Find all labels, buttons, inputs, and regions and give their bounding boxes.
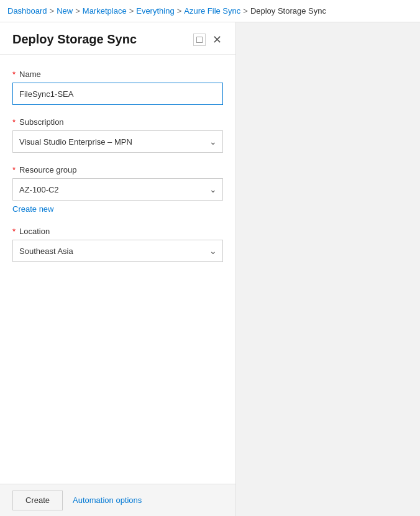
- main-layout: Deploy Storage Sync □ ✕ * Name * Subscri…: [0, 22, 420, 516]
- location-group: * Location Southeast Asia ⌄: [12, 227, 223, 262]
- resource-group-label: * Resource group: [12, 165, 223, 174]
- left-panel: Deploy Storage Sync □ ✕ * Name * Subscri…: [0, 22, 236, 516]
- breadcrumb-sep-2: >: [75, 6, 80, 16]
- subscription-label-text: Subscription: [19, 117, 64, 127]
- breadcrumb-sep-5: >: [243, 6, 248, 16]
- breadcrumb-deploy-storage-sync: Deploy Storage Sync: [250, 6, 326, 16]
- location-label-text: Location: [19, 227, 50, 236]
- panel-title: Deploy Storage Sync: [12, 32, 137, 47]
- subscription-select-wrapper: Visual Studio Enterprise – MPN ⌄: [12, 130, 223, 153]
- minimize-button[interactable]: □: [193, 34, 206, 46]
- location-select-wrapper: Southeast Asia ⌄: [12, 240, 223, 262]
- resource-group-select-wrapper: AZ-100-C2 ⌄: [12, 178, 223, 201]
- subscription-group: * Subscription Visual Studio Enterprise …: [12, 117, 223, 153]
- breadcrumb-dashboard[interactable]: Dashboard: [7, 6, 47, 16]
- panel-controls: □ ✕: [193, 34, 223, 46]
- breadcrumb-sep-1: >: [50, 6, 55, 16]
- resource-group-select[interactable]: AZ-100-C2: [12, 178, 223, 201]
- form-area: * Name * Subscription Visual Studio Ente…: [0, 55, 235, 484]
- breadcrumb-azure-file-sync[interactable]: Azure File Sync: [184, 6, 240, 16]
- name-group: * Name: [12, 70, 223, 105]
- breadcrumb-marketplace[interactable]: Marketplace: [83, 6, 127, 16]
- subscription-required-star: *: [12, 117, 16, 127]
- location-label: * Location: [12, 227, 223, 236]
- location-required-star: *: [12, 227, 16, 236]
- breadcrumb-everything[interactable]: Everything: [136, 6, 174, 16]
- subscription-label: * Subscription: [12, 117, 223, 127]
- right-panel: [236, 22, 420, 516]
- create-new-link[interactable]: Create new: [12, 204, 53, 214]
- name-label-text: Name: [19, 70, 41, 79]
- name-required-star: *: [12, 70, 16, 79]
- bottom-bar: Create Automation options: [0, 484, 235, 516]
- create-button[interactable]: Create: [12, 491, 63, 510]
- location-select[interactable]: Southeast Asia: [12, 240, 223, 262]
- subscription-select[interactable]: Visual Studio Enterprise – MPN: [12, 130, 223, 153]
- resource-group-label-text: Resource group: [19, 165, 77, 174]
- breadcrumb-sep-4: >: [177, 6, 182, 16]
- name-label: * Name: [12, 70, 223, 79]
- breadcrumb-new[interactable]: New: [57, 6, 73, 16]
- breadcrumb-bar: Dashboard > New > Marketplace > Everythi…: [0, 0, 420, 22]
- panel-header: Deploy Storage Sync □ ✕: [0, 22, 235, 55]
- resource-group-group: * Resource group AZ-100-C2 ⌄ Create new: [12, 165, 223, 214]
- breadcrumb-sep-3: >: [129, 6, 134, 16]
- close-button[interactable]: ✕: [211, 34, 223, 46]
- resource-group-required-star: *: [12, 165, 16, 174]
- automation-options-button[interactable]: Automation options: [73, 496, 142, 505]
- name-input[interactable]: [12, 83, 223, 105]
